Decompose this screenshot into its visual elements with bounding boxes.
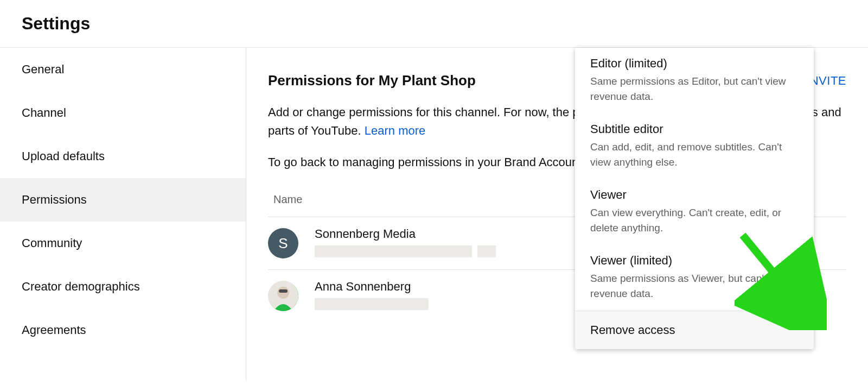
redacted-email <box>315 298 429 310</box>
sidebar-item-channel[interactable]: Channel <box>0 91 246 135</box>
learn-more-link[interactable]: Learn more <box>365 124 426 137</box>
sidebar-item-agreements[interactable]: Agreements <box>0 308 246 352</box>
sidebar-item-community[interactable]: Community <box>0 222 246 265</box>
role-popover: Editor (limited) Same permissions as Edi… <box>575 48 814 349</box>
role-option-subtitle-editor[interactable]: Subtitle editor Can add, edit, and remov… <box>575 113 814 179</box>
settings-sidebar: General Channel Upload defaults Permissi… <box>0 48 246 381</box>
remove-access-option[interactable]: Remove access <box>575 311 814 349</box>
avatar <box>268 281 298 311</box>
name-column-header: Name <box>268 193 302 206</box>
svg-rect-2 <box>279 289 288 293</box>
permissions-panel: INVITE Permissions for My Plant Shop Add… <box>246 48 868 381</box>
sidebar-item-upload-defaults[interactable]: Upload defaults <box>0 135 246 178</box>
sidebar-item-permissions[interactable]: Permissions <box>0 178 246 222</box>
avatar: S <box>268 228 298 258</box>
settings-header: Settings <box>0 0 868 48</box>
role-option-editor-limited[interactable]: Editor (limited) Same permissions as Edi… <box>575 48 814 113</box>
sidebar-item-general[interactable]: General <box>0 48 246 91</box>
redacted-email <box>477 245 496 257</box>
role-option-viewer-limited[interactable]: Viewer (limited) Same permissions as Vie… <box>575 245 814 311</box>
redacted-email <box>315 245 472 257</box>
page-title: Settings <box>22 14 846 34</box>
role-option-viewer[interactable]: Viewer Can view everything. Can't create… <box>575 179 814 245</box>
sidebar-item-creator-demographics[interactable]: Creator demographics <box>0 265 246 308</box>
